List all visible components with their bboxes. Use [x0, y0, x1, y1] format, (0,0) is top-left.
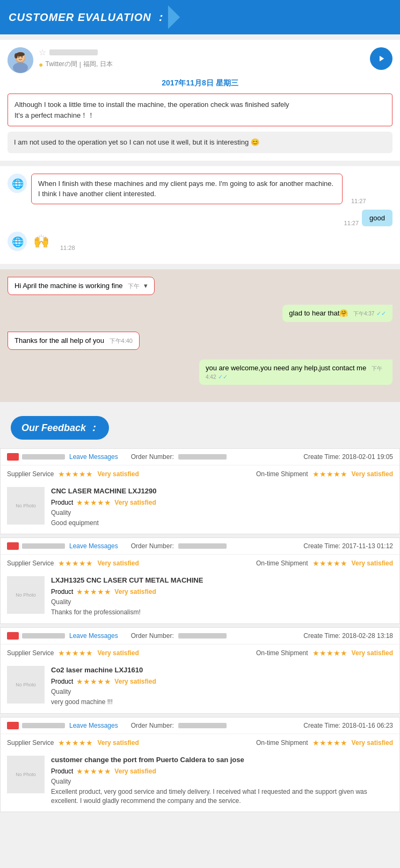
product-details: CNC LASER MACHINE LXJ1290 Product ★★★★★ … — [51, 487, 393, 528]
feedback-product-row: No Photo CNC LASER MACHINE LXJ1290 Produ… — [1, 483, 399, 534]
feedback-buyer-row: Leave Messages Order Number: Create Time… — [1, 449, 399, 465]
product-image: No Photo — [7, 487, 45, 525]
review-date: 2017年11月8日 星期三 — [8, 78, 392, 88]
review-text-2: I am not used to the operation yet so I … — [14, 138, 259, 146]
product-satisfied: Very satisfied — [114, 678, 156, 685]
create-time: Create Time: 2018-01-16 06:23 — [303, 722, 393, 729]
avatar — [8, 47, 33, 73]
chat-avatar-2: 🌐 — [8, 232, 27, 251]
platform-label: Twitterの間 — [45, 60, 77, 69]
leave-messages-link[interactable]: Leave Messages — [69, 632, 118, 640]
profile-meta: ● Twitterの間 | 福岡, 日本 — [39, 60, 365, 69]
order-num-blur — [178, 633, 227, 639]
product-stars: ★★★★★ — [76, 587, 111, 596]
product-image: No Photo — [7, 756, 45, 793]
chat-time-1: 11:27 — [351, 198, 366, 204]
feedback-product-row: No Photo Co2 laser machine LXJ1610 Produ… — [1, 662, 399, 713]
feedback-card: Leave Messages Order Number: Create Time… — [0, 717, 400, 813]
wa-row-3: Thanks for the all help of you 下午4:40 — [8, 332, 392, 355]
feedback-title: Our Feedback ： — [21, 421, 98, 434]
product-rating-row: Product ★★★★★ Very satisfied — [51, 767, 393, 776]
wa-msg-left-1: Hi April the machine is working fine 下午 … — [8, 277, 155, 295]
buyer-flag — [7, 722, 19, 729]
buyer-info — [7, 632, 65, 640]
product-stars: ★★★★★ — [76, 767, 111, 776]
supplier-satisfied: Very satisfied — [97, 739, 139, 747]
product-details: customer change the port from Puerto Cal… — [51, 756, 393, 806]
product-comment: Thanks for the professionalism! — [51, 608, 393, 617]
leave-messages-link[interactable]: Leave Messages — [69, 542, 118, 550]
order-num-label: Order Number: — [131, 722, 174, 729]
product-stars: ★★★★★ — [76, 498, 111, 507]
wa-time-left-1: 下午 — [128, 283, 140, 289]
supplier-satisfied: Very satisfied — [97, 470, 139, 478]
buyer-name-blur — [22, 633, 65, 639]
feedback-card: Leave Messages Order Number: Create Time… — [0, 537, 400, 624]
feedback-card: Leave Messages Order Number: Create Time… — [0, 627, 400, 714]
product-satisfied: Very satisfied — [114, 499, 156, 506]
chat-text-1: When I finish with these machines and my… — [38, 180, 333, 198]
supplier-service-label: Supplier Service — [7, 739, 54, 747]
supplier-satisfied: Very satisfied — [97, 559, 139, 567]
quality-label: Quality — [51, 509, 393, 517]
product-label: Product — [51, 499, 73, 506]
order-num-blur — [178, 543, 227, 549]
wa-text-right-2: you are welcome,you need any help,just c… — [206, 364, 366, 372]
wa-text-left-2: Thanks for the all help of you — [14, 336, 104, 345]
supplier-service-label: Supplier Service — [7, 559, 54, 567]
chat-bubble-1: When I finish with these machines and my… — [31, 174, 343, 204]
feedback-card: Leave Messages Order Number: Create Time… — [0, 448, 400, 535]
order-num-blur — [178, 723, 227, 728]
order-num-label: Order Number: — [131, 542, 174, 550]
product-details: LXJH1325 CNC LASER CUT METAL MACHINE Pro… — [51, 576, 393, 617]
chat-section: 🌐 When I finish with these machines and … — [0, 166, 400, 264]
feedback-ratings-row: Supplier Service ★★★★★ Very satisfied On… — [1, 555, 399, 572]
product-image: No Photo — [7, 666, 45, 704]
shipment-label: On-time Shipment — [256, 559, 308, 567]
quality-label: Quality — [51, 688, 393, 695]
profile-row: ☆ ● Twitterの間 | 福岡, 日本 — [8, 47, 392, 73]
svg-text:🌐: 🌐 — [12, 178, 24, 190]
leave-messages-link[interactable]: Leave Messages — [69, 722, 118, 729]
wa-text-right-1: glad to hear that🤗 — [289, 309, 348, 317]
buyer-name-blur — [22, 723, 65, 728]
page-title: CUSTOMER EVALUATION ： — [9, 10, 166, 25]
product-name: customer change the port from Puerto Cal… — [51, 756, 393, 764]
feedback-buyer-row: Leave Messages Order Number: Create Time… — [1, 718, 399, 734]
chat-time-3: 11:28 — [60, 245, 75, 251]
product-details: Co2 laser machine LXJ1610 Product ★★★★★ … — [51, 666, 393, 707]
wa-row-1: Hi April the machine is working fine 下午 … — [8, 277, 392, 300]
supplier-service-label: Supplier Service — [7, 470, 54, 478]
shipment-label: On-time Shipment — [256, 649, 308, 657]
wa-msg-right-1: glad to hear that🤗 下午4:37 ✓✓ — [282, 305, 392, 322]
review-message-1: Although I took a little time to install… — [8, 94, 392, 126]
create-time: Create Time: 2018-02-28 13:18 — [303, 632, 393, 640]
order-num-blur — [178, 454, 227, 460]
wa-time-left-2: 下午4:40 — [110, 338, 133, 344]
svg-point-7 — [14, 53, 18, 59]
star-icon: ☆ — [39, 47, 46, 58]
product-name: LXJH1325 CNC LASER CUT METAL MACHINE — [51, 576, 393, 584]
svg-point-5 — [21, 56, 23, 58]
buyer-flag — [7, 453, 19, 461]
product-rating-row: Product ★★★★★ Very satisfied — [51, 498, 393, 507]
chat-time-2: 11:27 — [344, 220, 359, 226]
review-text-1: Although I took a little time to install… — [14, 101, 289, 119]
feedback-section-header: Our Feedback ： — [0, 407, 400, 445]
wa-msg-right-2: you are welcome,you need any help,just c… — [199, 360, 392, 385]
video-button[interactable] — [370, 47, 392, 70]
supplier-satisfied: Very satisfied — [97, 649, 139, 657]
svg-point-4 — [18, 56, 19, 58]
buyer-info — [7, 722, 65, 729]
checkmarks-1: ✓✓ — [376, 310, 386, 317]
feedback-buyer-row: Leave Messages Order Number: Create Time… — [1, 628, 399, 644]
location-label: 福岡, 日本 — [83, 60, 113, 69]
supplier-service-label: Supplier Service — [7, 649, 54, 657]
feedback-product-row: No Photo LXJH1325 CNC LASER CUT METAL MA… — [1, 572, 399, 623]
dropdown-arrow-icon[interactable]: ▾ — [144, 282, 148, 290]
wa-row-2: glad to hear that🤗 下午4:37 ✓✓ — [8, 305, 392, 327]
buyer-info — [7, 542, 65, 550]
product-satisfied: Very satisfied — [114, 588, 156, 596]
feedback-ratings-row: Supplier Service ★★★★★ Very satisfied On… — [1, 734, 399, 751]
leave-messages-link[interactable]: Leave Messages — [69, 453, 118, 461]
